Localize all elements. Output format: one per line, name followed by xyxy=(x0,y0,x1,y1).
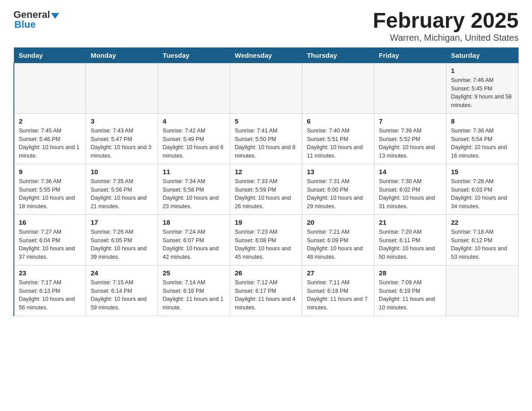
calendar-cell: 5 Sunrise: 7:41 AMSunset: 5:50 PMDayligh… xyxy=(230,113,302,164)
day-number: 19 xyxy=(235,218,297,226)
day-number: 18 xyxy=(163,218,225,226)
header-monday: Monday xyxy=(86,47,158,63)
calendar-cell: 19 Sunrise: 7:23 AMSunset: 6:08 PMDaylig… xyxy=(230,214,302,265)
day-info: Sunrise: 7:09 AMSunset: 6:19 PMDaylight:… xyxy=(379,278,442,312)
header-friday: Friday xyxy=(374,47,446,63)
day-info: Sunrise: 7:39 AMSunset: 5:52 PMDaylight:… xyxy=(379,127,442,160)
day-info: Sunrise: 7:43 AMSunset: 5:47 PMDaylight:… xyxy=(90,127,153,160)
calendar-cell: 17 Sunrise: 7:26 AMSunset: 6:05 PMDaylig… xyxy=(86,214,158,265)
calendar-cell: 3 Sunrise: 7:43 AMSunset: 5:47 PMDayligh… xyxy=(86,113,158,164)
calendar-cell: 1 Sunrise: 7:46 AMSunset: 5:45 PMDayligh… xyxy=(446,63,519,113)
calendar-cell xyxy=(158,63,230,113)
calendar-cell: 18 Sunrise: 7:24 AMSunset: 6:07 PMDaylig… xyxy=(158,214,230,265)
calendar-cell xyxy=(230,63,302,113)
day-info: Sunrise: 7:15 AMSunset: 6:14 PMDaylight:… xyxy=(90,278,153,312)
calendar-header-row: Sunday Monday Tuesday Wednesday Thursday… xyxy=(14,47,519,63)
day-number: 7 xyxy=(379,117,442,125)
calendar-cell: 11 Sunrise: 7:34 AMSunset: 5:58 PMDaylig… xyxy=(158,164,230,214)
calendar-week-row: 16 Sunrise: 7:27 AMSunset: 6:04 PMDaylig… xyxy=(14,214,519,265)
day-info: Sunrise: 7:17 AMSunset: 6:13 PMDaylight:… xyxy=(19,278,81,312)
day-number: 24 xyxy=(90,269,153,277)
calendar-cell: 28 Sunrise: 7:09 AMSunset: 6:19 PMDaylig… xyxy=(374,265,446,316)
calendar-cell: 12 Sunrise: 7:33 AMSunset: 5:59 PMDaylig… xyxy=(230,164,302,214)
day-number: 28 xyxy=(379,269,442,277)
day-info: Sunrise: 7:26 AMSunset: 6:05 PMDaylight:… xyxy=(90,228,153,261)
day-number: 26 xyxy=(235,269,297,277)
day-number: 8 xyxy=(451,117,514,125)
day-number: 14 xyxy=(379,168,442,176)
day-info: Sunrise: 7:21 AMSunset: 6:09 PMDaylight:… xyxy=(307,228,369,261)
day-number: 2 xyxy=(19,117,81,125)
header-wednesday: Wednesday xyxy=(230,47,302,63)
day-info: Sunrise: 7:40 AMSunset: 5:51 PMDaylight:… xyxy=(307,127,369,160)
calendar-week-row: 1 Sunrise: 7:46 AMSunset: 5:45 PMDayligh… xyxy=(14,63,519,113)
calendar-cell: 25 Sunrise: 7:14 AMSunset: 6:16 PMDaylig… xyxy=(158,265,230,316)
day-number: 9 xyxy=(19,168,81,176)
day-number: 10 xyxy=(90,168,153,176)
calendar-cell: 24 Sunrise: 7:15 AMSunset: 6:14 PMDaylig… xyxy=(86,265,158,316)
calendar-cell: 13 Sunrise: 7:31 AMSunset: 6:00 PMDaylig… xyxy=(302,164,374,214)
day-info: Sunrise: 7:23 AMSunset: 6:08 PMDaylight:… xyxy=(235,228,297,261)
calendar-cell: 8 Sunrise: 7:38 AMSunset: 5:54 PMDayligh… xyxy=(446,113,519,164)
day-number: 23 xyxy=(19,269,81,277)
day-number: 20 xyxy=(307,218,369,226)
header-saturday: Saturday xyxy=(446,47,519,63)
day-info: Sunrise: 7:18 AMSunset: 6:12 PMDaylight:… xyxy=(451,228,514,261)
day-number: 3 xyxy=(90,117,153,125)
calendar-week-row: 2 Sunrise: 7:45 AMSunset: 5:46 PMDayligh… xyxy=(14,113,519,164)
day-number: 27 xyxy=(307,269,369,277)
calendar-cell: 15 Sunrise: 7:28 AMSunset: 6:03 PMDaylig… xyxy=(446,164,519,214)
day-number: 6 xyxy=(307,117,369,125)
day-number: 11 xyxy=(163,168,225,176)
day-info: Sunrise: 7:34 AMSunset: 5:58 PMDaylight:… xyxy=(163,177,225,211)
page-title: February 2025 xyxy=(373,9,519,33)
calendar-cell: 27 Sunrise: 7:11 AMSunset: 6:18 PMDaylig… xyxy=(302,265,374,316)
day-number: 17 xyxy=(90,218,153,226)
calendar-table: Sunday Monday Tuesday Wednesday Thursday… xyxy=(13,47,519,316)
header-tuesday: Tuesday xyxy=(158,47,230,63)
day-number: 13 xyxy=(307,168,369,176)
calendar-cell xyxy=(14,63,86,113)
logo: General Blue xyxy=(13,9,59,30)
day-number: 21 xyxy=(379,218,442,226)
calendar-cell xyxy=(302,63,374,113)
calendar-cell: 6 Sunrise: 7:40 AMSunset: 5:51 PMDayligh… xyxy=(302,113,374,164)
calendar-cell: 2 Sunrise: 7:45 AMSunset: 5:46 PMDayligh… xyxy=(14,113,86,164)
day-number: 25 xyxy=(163,269,225,277)
calendar-week-row: 9 Sunrise: 7:36 AMSunset: 5:55 PMDayligh… xyxy=(14,164,519,214)
calendar-cell xyxy=(86,63,158,113)
calendar-cell: 9 Sunrise: 7:36 AMSunset: 5:55 PMDayligh… xyxy=(14,164,86,214)
day-info: Sunrise: 7:45 AMSunset: 5:46 PMDaylight:… xyxy=(19,127,81,160)
calendar-cell: 10 Sunrise: 7:35 AMSunset: 5:56 PMDaylig… xyxy=(86,164,158,214)
logo-blue-text: Blue xyxy=(14,19,36,30)
calendar-cell: 7 Sunrise: 7:39 AMSunset: 5:52 PMDayligh… xyxy=(374,113,446,164)
day-info: Sunrise: 7:11 AMSunset: 6:18 PMDaylight:… xyxy=(307,278,369,312)
day-number: 16 xyxy=(19,218,81,226)
day-info: Sunrise: 7:41 AMSunset: 5:50 PMDaylight:… xyxy=(235,127,297,160)
day-info: Sunrise: 7:27 AMSunset: 6:04 PMDaylight:… xyxy=(19,228,81,261)
calendar-cell: 4 Sunrise: 7:42 AMSunset: 5:49 PMDayligh… xyxy=(158,113,230,164)
calendar-cell xyxy=(374,63,446,113)
calendar-cell: 23 Sunrise: 7:17 AMSunset: 6:13 PMDaylig… xyxy=(14,265,86,316)
day-info: Sunrise: 7:42 AMSunset: 5:49 PMDaylight:… xyxy=(163,127,225,160)
calendar-cell xyxy=(446,265,519,316)
day-info: Sunrise: 7:24 AMSunset: 6:07 PMDaylight:… xyxy=(163,228,225,261)
day-info: Sunrise: 7:12 AMSunset: 6:17 PMDaylight:… xyxy=(235,278,297,312)
day-info: Sunrise: 7:14 AMSunset: 6:16 PMDaylight:… xyxy=(163,278,225,312)
calendar-cell: 14 Sunrise: 7:30 AMSunset: 6:02 PMDaylig… xyxy=(374,164,446,214)
header-thursday: Thursday xyxy=(302,47,374,63)
day-info: Sunrise: 7:36 AMSunset: 5:55 PMDaylight:… xyxy=(19,177,81,211)
title-block: February 2025 Warren, Michigan, United S… xyxy=(373,9,519,43)
day-number: 5 xyxy=(235,117,297,125)
day-info: Sunrise: 7:38 AMSunset: 5:54 PMDaylight:… xyxy=(451,127,514,160)
day-number: 12 xyxy=(235,168,297,176)
page-subtitle: Warren, Michigan, United States xyxy=(373,33,519,43)
day-number: 15 xyxy=(451,168,514,176)
calendar-week-row: 23 Sunrise: 7:17 AMSunset: 6:13 PMDaylig… xyxy=(14,265,519,316)
day-info: Sunrise: 7:33 AMSunset: 5:59 PMDaylight:… xyxy=(235,177,297,211)
calendar-cell: 16 Sunrise: 7:27 AMSunset: 6:04 PMDaylig… xyxy=(14,214,86,265)
calendar-cell: 21 Sunrise: 7:20 AMSunset: 6:11 PMDaylig… xyxy=(374,214,446,265)
calendar-cell: 20 Sunrise: 7:21 AMSunset: 6:09 PMDaylig… xyxy=(302,214,374,265)
day-info: Sunrise: 7:46 AMSunset: 5:45 PMDaylight:… xyxy=(451,76,514,110)
day-info: Sunrise: 7:30 AMSunset: 6:02 PMDaylight:… xyxy=(379,177,442,211)
